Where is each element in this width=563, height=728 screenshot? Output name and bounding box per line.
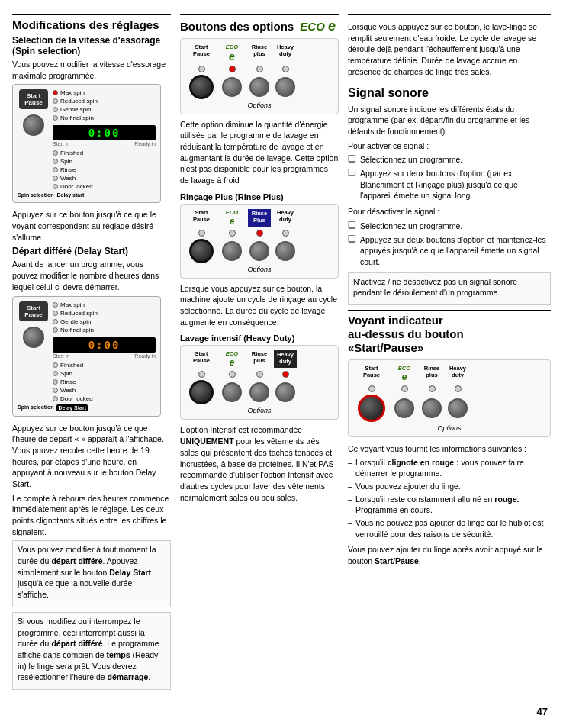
eco-options-label: Options — [187, 101, 332, 109]
voyant-title: Voyant indicateurau-dessus du bouton«Sta… — [348, 310, 551, 355]
machine1-right: Max spin Reduced spin Gentle spin N — [53, 89, 156, 190]
left-column: Modifications des réglages Sélection de … — [12, 14, 180, 714]
start-in-label-2: Start in — [53, 353, 69, 359]
machine2-right: Max spin Reduced spin Gentle spin N — [53, 301, 156, 402]
signal-deactivating: Pour désactiver le signal : — [348, 206, 551, 217]
led-wash-2: Wash — [53, 387, 156, 394]
eco-led-cell-1 — [187, 66, 216, 72]
led-max-spin-2-label: Max spin — [60, 301, 85, 308]
led-wash-1: Wash — [53, 175, 156, 182]
heavy-knob-3 — [249, 382, 269, 402]
led-wash-2-label: Wash — [60, 387, 76, 394]
led-wash-2-indicator — [53, 388, 58, 393]
heavy-knob-1 — [189, 380, 214, 404]
voyant-info-item-2: Vous pouvez ajouter du linge. — [348, 481, 551, 492]
signal-sonore-title: Signal sonore — [348, 82, 551, 100]
rinse-knob-cell-4 — [274, 241, 297, 261]
voyant-knob-cell-1 — [355, 395, 388, 422]
rinse-options-label: Options — [187, 266, 332, 273]
rinse-led-row — [187, 230, 332, 237]
led-finished-1: Finished — [53, 150, 156, 156]
heavy-led-cell-4 — [274, 371, 297, 378]
right-column: Lorsque vous appuyez sur ce bouton, le l… — [348, 14, 551, 714]
eco-led-1 — [198, 66, 205, 72]
led-no-final-spin: No final spin — [53, 114, 156, 121]
led-gentle-spin-2-label: Gentle spin — [60, 318, 91, 325]
rinse-led-cell-3 — [248, 230, 271, 237]
rinse-plus-title: Rinçage Plus (Rinse Plus) — [180, 192, 339, 201]
led-wash-1-label: Wash — [60, 175, 76, 182]
voyant-knob-cell-3 — [420, 398, 443, 418]
machine2-leds: Max spin Reduced spin Gentle spin N — [53, 301, 156, 333]
led-no-final-spin-indicator — [53, 115, 58, 121]
signal-note-box: N'activez / ne désactivez pas un signal … — [348, 272, 551, 305]
right-intro-text: Lorsque vous appuyez sur ce bouton, le l… — [348, 21, 551, 77]
left-main-title: Modifications des réglages — [12, 18, 171, 32]
led-no-final-spin-label: No final spin — [60, 114, 94, 121]
voyant-info-item-4: Vous ne pouvez pas ajouter de linge car … — [348, 517, 551, 540]
voyant-knob-cell-4 — [446, 398, 469, 418]
heavy-col-start: StartPause — [187, 350, 216, 368]
rinse-knob-4 — [275, 241, 295, 261]
heavy-col-rinse: Rinseplus — [248, 350, 271, 368]
voyant-col-rinse: Rinseplus — [420, 365, 443, 382]
voyant-knob-row — [355, 395, 544, 422]
signal-activate-step-1: Sélectionnez un programme. — [348, 154, 551, 166]
heavy-knob-cell-3 — [248, 382, 271, 402]
eco-col-eco: ECOe — [219, 43, 245, 63]
led-door-1-indicator — [53, 184, 58, 189]
eco-led-row — [187, 66, 332, 72]
voyant-led-3 — [429, 385, 436, 392]
rinse-led-cell-4 — [274, 230, 297, 237]
led-gentle-spin-label: Gentle spin — [60, 106, 91, 113]
heavy-options-panel: StartPause ECOe Rinseplus Heavyduty — [180, 345, 339, 420]
ready-in-label-2: Ready in — [134, 353, 156, 359]
eco-col-heavy: Heavyduty — [274, 43, 297, 63]
voyant-led-cell-3 — [420, 385, 443, 392]
eco-col-rinse: Rinseplus — [248, 43, 271, 63]
rinse-body-text: Lorsque vous appuyez sur ce bouton, la m… — [180, 283, 339, 328]
voyant-options-label: Options — [355, 424, 544, 432]
eco-led-cell-2 — [219, 66, 245, 72]
eco-subtitle: ECO — [300, 20, 328, 33]
rinse-col-rinse: RinsePlus — [248, 209, 271, 227]
ready-in-label-1: Ready in — [134, 141, 156, 147]
led-spin-2-label: Spin — [60, 370, 72, 377]
led-finished-1-indicator — [53, 150, 58, 156]
voyant-knob-4 — [448, 398, 468, 418]
center-col-header: Boutons des options ECO e — [180, 14, 339, 35]
rinse-col-eco: ECOe — [219, 209, 245, 227]
led-spin-1-label: Spin — [60, 158, 72, 165]
signal-activating: Pour activer ce signal : — [348, 140, 551, 152]
rinse-led-3 — [256, 230, 263, 237]
eco-knob-3 — [249, 77, 269, 97]
led-door-1: Door locked — [53, 183, 156, 190]
eco-body-text: Cette option diminue la quantité d'énerg… — [180, 119, 339, 186]
led-spin-1-indicator — [53, 159, 58, 164]
spin-selection-label-2: Spin selection — [18, 404, 53, 411]
led-max-spin: Max spin — [53, 89, 156, 96]
led-gentle-spin-indicator — [53, 107, 58, 112]
eco-panel-headers: StartPause ECOe Rinseplus Heavyduty — [187, 43, 332, 63]
signal-body1: Un signal sonore indique les différents … — [348, 104, 551, 137]
machine-diagram-1: Start Pause Max spin Reduced spin — [12, 84, 161, 203]
heavy-knob-row — [187, 380, 332, 404]
signal-activate-steps: Sélectionnez un programme. Appuyez sur d… — [348, 154, 551, 201]
heavy-panel-headers: StartPause ECOe Rinseplus Heavyduty — [187, 350, 332, 368]
led-door-1-label: Door locked — [60, 183, 93, 190]
rinse-panel-headers: StartPause ECOe RinsePlus Heavyduty — [187, 209, 332, 227]
rinse-knob-cell-2 — [219, 241, 245, 261]
heavy-led-row — [187, 371, 332, 378]
left-col-header: Modifications des réglages — [12, 14, 171, 32]
led-door-2-indicator — [53, 396, 58, 401]
led-spin-2: Spin — [53, 370, 156, 377]
eco-knob-cell-2 — [219, 77, 245, 97]
voyant-led-4 — [455, 385, 462, 392]
spin-section-body: Vous pouvez modifier la vitesse d'essora… — [12, 59, 171, 81]
delay-after-text1: Appuyez sur ce bouton jusqu'à ce que l'h… — [12, 423, 171, 490]
rinse-led-cell-2 — [219, 230, 245, 237]
voyant-col-heavy: Heavyduty — [446, 365, 469, 382]
led-gentle-spin-2: Gentle spin — [53, 318, 156, 325]
page-number: 47 — [537, 706, 548, 717]
eco-knob-cell-1 — [187, 75, 216, 99]
